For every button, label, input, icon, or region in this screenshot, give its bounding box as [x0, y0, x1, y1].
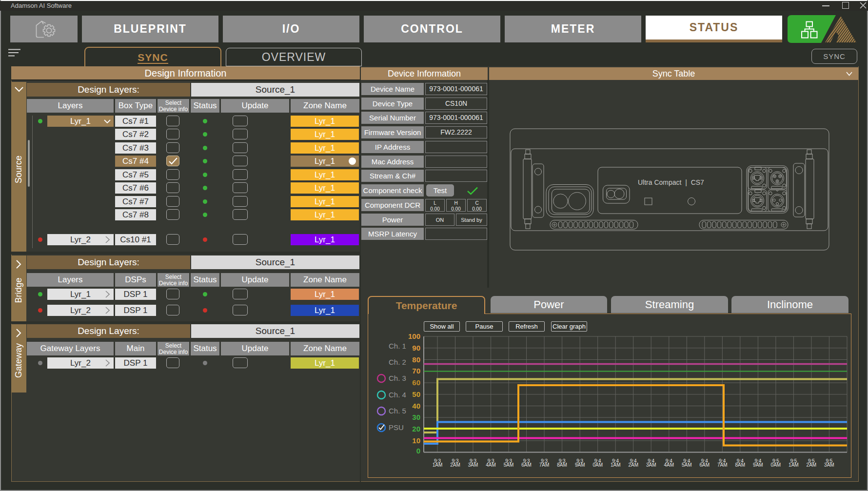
svg-text:50: 50	[412, 390, 420, 398]
svg-text:Ch. 1: Ch. 1	[389, 342, 406, 350]
svg-text:3AM: 3AM	[468, 462, 478, 468]
svg-text:40: 40	[412, 402, 420, 410]
svg-text:4AM: 4AM	[486, 462, 496, 468]
svg-text:Ultra Compact | CS7: Ultra Compact | CS7	[638, 178, 704, 186]
svg-text:2AM: 2AM	[807, 462, 817, 468]
svg-text:30: 30	[412, 413, 420, 421]
svg-text:8AM: 8AM	[735, 462, 746, 468]
svg-text:3AM: 3AM	[824, 462, 834, 468]
svg-text:4AM: 4AM	[664, 462, 674, 468]
svg-text:100: 100	[408, 332, 420, 340]
svg-text:Ch. 3: Ch. 3	[389, 374, 406, 382]
svg-text:0: 0	[416, 447, 420, 455]
svg-text:7AM: 7AM	[539, 462, 550, 468]
svg-text:5AM: 5AM	[504, 462, 514, 468]
svg-text:7AM: 7AM	[717, 462, 728, 468]
svg-text:3AM: 3AM	[646, 462, 656, 468]
svg-text:10: 10	[412, 436, 420, 445]
svg-text:Ch. 4: Ch. 4	[389, 391, 406, 399]
svg-text:0AM: 0AM	[771, 462, 781, 468]
svg-text:0AM: 0AM	[592, 462, 603, 468]
svg-text:70: 70	[412, 367, 420, 375]
svg-text:Ch. 2: Ch. 2	[389, 358, 406, 366]
svg-text:90: 90	[412, 344, 420, 352]
svg-text:6AM: 6AM	[700, 462, 710, 468]
svg-text:5AM: 5AM	[682, 462, 692, 468]
svg-text:9AM: 9AM	[575, 462, 585, 468]
svg-text:9AM: 9AM	[753, 462, 763, 468]
svg-text:20: 20	[412, 425, 420, 433]
svg-text:6AM: 6AM	[521, 462, 532, 468]
svg-text:60: 60	[412, 378, 420, 387]
svg-text:Ch. 5: Ch. 5	[389, 407, 406, 415]
svg-text:1AM: 1AM	[789, 462, 799, 468]
svg-text:2AM: 2AM	[628, 462, 638, 468]
svg-text:PSU: PSU	[389, 423, 404, 432]
svg-text:2AM: 2AM	[450, 462, 460, 468]
svg-text:8AM: 8AM	[557, 462, 567, 468]
svg-text:80: 80	[412, 355, 420, 364]
svg-text:1AM: 1AM	[433, 462, 443, 468]
svg-text:1AM: 1AM	[611, 462, 621, 468]
